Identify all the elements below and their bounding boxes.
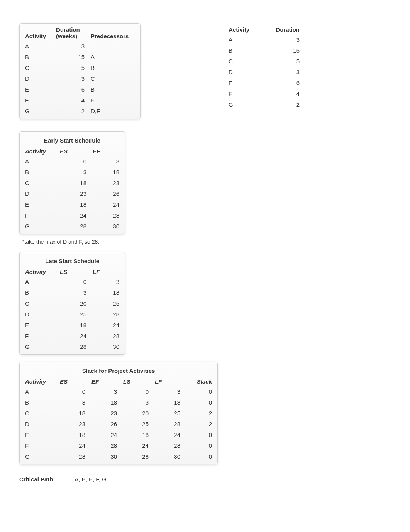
cell-lf: 25	[90, 298, 122, 309]
cell-es: 18	[57, 408, 88, 418]
table-row: F2428	[22, 210, 122, 221]
cell-es: 23	[57, 418, 88, 429]
table-row: E1824	[22, 199, 122, 210]
header-lf: LF	[152, 375, 183, 386]
table-row: A03	[22, 156, 122, 167]
cell-activity: D	[22, 309, 57, 320]
cell-activity: D	[22, 73, 53, 84]
table-row: E6B	[22, 84, 138, 95]
cell-ef: 24	[90, 199, 122, 210]
cell-activity: F	[22, 210, 57, 221]
header-duration-l2: (weeks)	[56, 33, 77, 39]
cell-predecessors	[88, 41, 138, 51]
cell-activity: C	[22, 298, 57, 309]
cell-duration: 3	[53, 41, 88, 51]
cell-slack: 0	[183, 440, 215, 451]
cell-duration: 3	[53, 73, 88, 84]
cell-ls: 28	[57, 341, 90, 352]
header-duration-l1: Duration	[56, 26, 80, 33]
cell-activity: D	[22, 188, 57, 199]
header-ef: EF	[90, 145, 122, 156]
slack-table: Slack for Project Activities Activity ES…	[22, 364, 215, 462]
cell-ls: 25	[120, 418, 152, 429]
table-row: D3C	[22, 73, 138, 84]
cell-activity: F	[225, 88, 260, 99]
cell-ef: 26	[90, 188, 122, 199]
cell-ef: 28	[90, 210, 122, 221]
cell-activity: B	[22, 397, 57, 408]
cell-slack: 0	[183, 397, 215, 408]
cell-predecessors: C	[88, 73, 138, 84]
cell-ef: 24	[88, 429, 120, 440]
table-row: B15	[225, 45, 303, 56]
cell-predecessors: D,F	[88, 105, 138, 116]
table-row: G2830	[22, 341, 122, 352]
cell-activity: E	[22, 84, 53, 95]
cell-duration: 5	[53, 62, 88, 73]
table-row: C182320252	[22, 408, 215, 418]
cell-predecessors: A	[88, 51, 138, 62]
cell-es: 18	[57, 429, 88, 440]
cell-predecessors: B	[88, 62, 138, 73]
table-row: B15A	[22, 51, 138, 62]
header-slack: Slack	[183, 375, 215, 386]
cell-activity: D	[225, 66, 260, 77]
early-start-box: Early Start Schedule Activity ES EF A03 …	[19, 131, 125, 234]
cell-ls: 20	[57, 298, 90, 309]
table-row: E6	[225, 77, 303, 88]
header-ls: LS	[120, 375, 152, 386]
critical-path-value: A, B, E, F, G	[75, 476, 107, 483]
cell-slack: 2	[183, 418, 215, 429]
cell-slack: 0	[183, 386, 215, 397]
cell-duration: 6	[53, 84, 88, 95]
late-start-box: Late Start Schedule Activity LS LF A03 B…	[19, 252, 125, 355]
cell-ef: 26	[88, 418, 120, 429]
cell-ef: 30	[88, 451, 120, 462]
cell-lf: 30	[90, 341, 122, 352]
header-activity: Activity	[22, 25, 53, 41]
cell-es: 18	[57, 177, 90, 188]
table-row: D2326	[22, 188, 122, 199]
cell-activity: F	[22, 440, 57, 451]
cell-ef: 23	[88, 408, 120, 418]
table-row: G2830	[22, 221, 122, 231]
cell-es: 3	[57, 167, 90, 177]
cell-duration: 15	[260, 45, 303, 56]
cell-activity: A	[22, 276, 57, 287]
early-start-title: Early Start Schedule	[22, 133, 122, 145]
cell-slack: 2	[183, 408, 215, 418]
cell-ls: 24	[120, 440, 152, 451]
cell-es: 3	[57, 397, 88, 408]
cell-ls: 3	[120, 397, 152, 408]
cell-duration: 2	[260, 99, 303, 110]
table-row: A03	[22, 276, 122, 287]
cell-lf: 24	[152, 429, 183, 440]
cell-duration: 6	[260, 77, 303, 88]
table-row: A3	[225, 34, 303, 45]
cell-duration: 5	[260, 56, 303, 66]
table-row: G2D,F	[22, 105, 138, 116]
cell-duration: 3	[260, 34, 303, 45]
table-row: G2	[225, 99, 303, 110]
table-row: D232625282	[22, 418, 215, 429]
cell-duration: 4	[260, 88, 303, 99]
cell-activity: F	[22, 330, 57, 341]
cell-activity: G	[22, 341, 57, 352]
cell-lf: 18	[152, 397, 183, 408]
cell-ls: 0	[57, 276, 90, 287]
cell-lf: 28	[152, 440, 183, 451]
table-row: F4E	[22, 95, 138, 105]
cell-lf: 18	[90, 287, 122, 298]
late-start-table: Late Start Schedule Activity LS LF A03 B…	[22, 254, 122, 352]
input-table-box: Activity Duration (weeks) Predecessors A…	[19, 23, 141, 119]
cell-ls: 18	[57, 320, 90, 330]
cell-activity: D	[22, 418, 57, 429]
cell-activity: G	[22, 105, 53, 116]
cell-activity: C	[22, 408, 57, 418]
table-row: F2428	[22, 330, 122, 341]
cell-ls: 20	[120, 408, 152, 418]
table-row: C2025	[22, 298, 122, 309]
table-row: D3	[225, 66, 303, 77]
header-duration-weeks: Duration (weeks)	[53, 25, 88, 41]
cell-ls: 0	[120, 386, 152, 397]
